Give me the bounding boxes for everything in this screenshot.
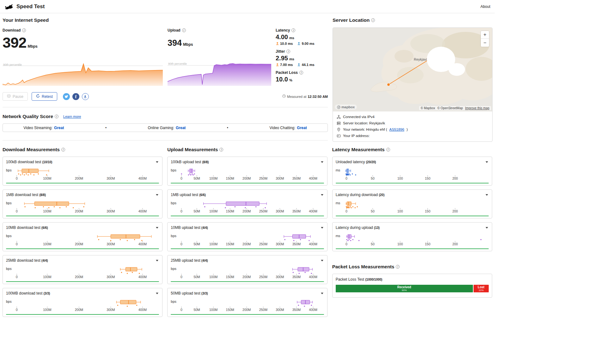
server-icon xyxy=(337,121,341,125)
info-icon[interactable] xyxy=(61,148,65,152)
pause-button[interactable]: Pause xyxy=(3,92,28,101)
test-progress-bar xyxy=(171,314,324,315)
chevron-down-icon[interactable] xyxy=(321,227,323,229)
test-progress-bar xyxy=(171,248,324,249)
download-chart: 90th percentile xyxy=(3,63,163,86)
svg-text:0: 0 xyxy=(181,275,182,279)
measurement-card-title: Unloaded latency (20/20) xyxy=(336,160,376,164)
svg-text:50: 50 xyxy=(371,242,375,246)
svg-text:200M: 200M xyxy=(242,209,251,213)
map[interactable]: Reykjavík + − mapbox © Mapbox © Ope xyxy=(333,28,492,111)
map-zoom-control: + − xyxy=(481,31,489,47)
chevron-down-icon[interactable] xyxy=(486,194,488,196)
svg-text:150M: 150M xyxy=(226,308,234,312)
facebook-share-button[interactable] xyxy=(72,93,79,100)
lost-percent: 10% xyxy=(479,289,484,292)
connected-via-row: Connected via IPv4 xyxy=(337,114,488,119)
latency-during-upload-icon xyxy=(297,41,301,46)
info-icon[interactable] xyxy=(291,28,295,32)
unit-label: ms xyxy=(336,234,345,248)
svg-text:300M: 300M xyxy=(107,308,115,312)
svg-text:200M: 200M xyxy=(242,242,251,246)
chevron-down-icon[interactable] xyxy=(486,227,488,229)
svg-text:200M: 200M xyxy=(75,209,83,213)
download-results-button[interactable] xyxy=(82,93,89,100)
attribution-mapbox[interactable]: © Mapbox xyxy=(421,106,435,110)
asn-link[interactable]: AS51896 xyxy=(389,128,404,131)
info-icon[interactable] xyxy=(371,18,375,22)
test-progress-bar xyxy=(6,216,159,216)
info-icon[interactable] xyxy=(219,148,223,152)
learn-more-link[interactable]: Learn more xyxy=(63,115,81,118)
attribution-osm[interactable]: © OpenStreetMap xyxy=(438,106,463,110)
facebook-icon xyxy=(75,94,77,99)
svg-text:50: 50 xyxy=(371,176,375,180)
measurement-card-title: 100kB upload test (8/8) xyxy=(171,160,209,164)
chevron-down-icon[interactable] xyxy=(321,194,323,196)
quality-value[interactable]: Great xyxy=(297,126,307,130)
svg-text:50M: 50M xyxy=(194,176,200,180)
upload-block: Upload 394 Mbps 90th percentile xyxy=(168,27,271,86)
separator-dot: • xyxy=(105,126,107,130)
svg-text:100: 100 xyxy=(397,176,403,180)
iceland-map: Reykjavík xyxy=(333,28,492,111)
your-network-suffix: ) xyxy=(407,128,408,131)
svg-text:400M: 400M xyxy=(138,275,147,279)
quality-value[interactable]: Great xyxy=(176,126,186,130)
svg-text:100M: 100M xyxy=(209,242,217,246)
twitter-share-button[interactable] xyxy=(63,93,70,100)
zoom-in-button[interactable]: + xyxy=(481,31,489,39)
chevron-down-icon[interactable] xyxy=(321,293,323,294)
measurement-card: 1MB download test (8/8)bps0100M200M300M4… xyxy=(3,189,162,218)
svg-text:200M: 200M xyxy=(75,308,83,312)
info-icon[interactable] xyxy=(22,28,26,32)
ip-card-icon xyxy=(337,134,341,138)
test-progress-bar xyxy=(336,216,489,216)
info-icon[interactable] xyxy=(386,148,390,152)
svg-text:50M: 50M xyxy=(194,209,200,213)
mapbox-logo[interactable]: mapbox xyxy=(335,104,357,110)
info-icon[interactable] xyxy=(182,28,186,32)
chevron-down-icon[interactable] xyxy=(156,227,158,229)
packet-loss-card: Packet Loss Test (1000/1000) Received 90… xyxy=(332,274,492,298)
unit-label: bps xyxy=(171,234,180,248)
svg-text:0: 0 xyxy=(16,275,18,279)
packet-loss-label: Packet Loss xyxy=(276,70,298,75)
retest-button[interactable]: Retest xyxy=(32,92,57,101)
info-icon[interactable] xyxy=(396,265,400,269)
upload-value: 394 xyxy=(168,38,182,48)
connected-via-text: Connected via IPv4 xyxy=(343,115,375,119)
latency-metric: Latency 4.00 ms 10.0 xyxy=(276,27,328,46)
info-icon[interactable] xyxy=(299,71,303,75)
chevron-down-icon[interactable] xyxy=(156,161,158,163)
chevron-down-icon[interactable] xyxy=(156,260,158,261)
svg-text:200M: 200M xyxy=(242,275,251,279)
latency-measurements-title: Latency Measurements xyxy=(332,147,385,152)
chevron-down-icon[interactable] xyxy=(321,260,323,261)
chevron-down-icon[interactable] xyxy=(156,293,158,294)
zoom-out-button[interactable]: − xyxy=(481,39,489,47)
info-icon[interactable] xyxy=(286,50,290,53)
jitter-download-value: 7.00 ms xyxy=(280,63,293,67)
download-block: Download 392 Mbps 90th percentile xyxy=(3,27,163,86)
svg-text:400M: 400M xyxy=(309,308,317,312)
packet-received-bar: Received 90% xyxy=(336,285,473,292)
chevron-down-icon[interactable] xyxy=(321,161,323,163)
about-link[interactable]: About xyxy=(481,4,490,9)
latency-unit: ms xyxy=(289,36,294,40)
quality-value[interactable]: Great xyxy=(54,126,64,130)
svg-text:400M: 400M xyxy=(309,176,317,180)
measurement-card: 100kB upload test (8/8)bps050M100M150M20… xyxy=(167,157,327,186)
chevron-down-icon[interactable] xyxy=(486,161,488,163)
info-icon[interactable] xyxy=(55,115,58,118)
improve-map-link[interactable]: Improve this map xyxy=(465,106,489,110)
upload-unit: Mbps xyxy=(183,42,193,47)
boxplot-chart: 050M100M150M200M250M300M350M400M xyxy=(180,232,324,248)
svg-text:100M: 100M xyxy=(43,242,51,246)
measurement-card-title: 10MB download test (6/6) xyxy=(6,225,48,230)
measurement-card: Latency during upload (13)ms050100150200 xyxy=(332,222,492,251)
chevron-down-icon[interactable] xyxy=(156,194,158,196)
download-unit: Mbps xyxy=(28,44,37,49)
pause-label: Pause xyxy=(13,94,23,99)
test-progress-bar xyxy=(6,314,159,315)
